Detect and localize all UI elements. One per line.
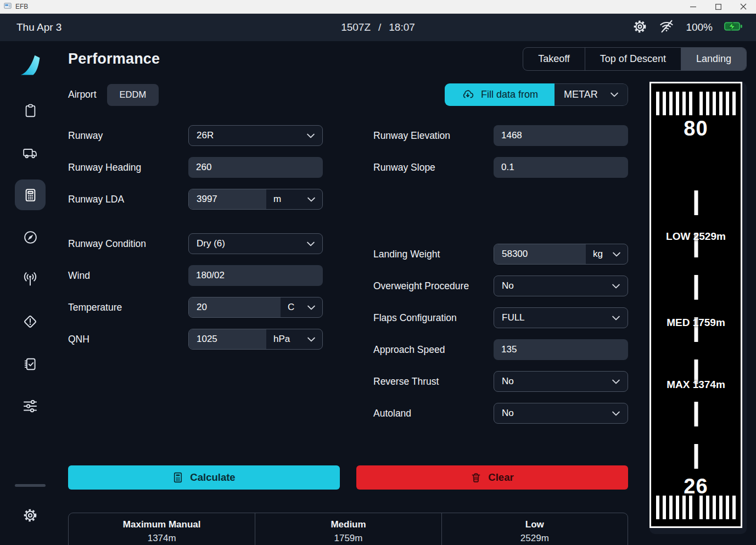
autoland-select[interactable]: No xyxy=(494,403,628,424)
statusbar: Thu Apr 3 1507Z / 18:07 100% xyxy=(0,14,756,41)
flaps-configuration-select[interactable]: FULL xyxy=(494,307,628,328)
clipboard-icon xyxy=(23,103,38,118)
chevron-down-icon xyxy=(611,92,618,97)
form-row-qnh: QNH hPa xyxy=(68,329,323,350)
result-low: Low 2529m xyxy=(441,513,628,545)
airport-label: Airport xyxy=(68,89,97,100)
cloud-download-icon xyxy=(461,88,474,102)
runway-number-near: 26 xyxy=(651,476,741,497)
minimize-button[interactable] xyxy=(680,0,705,13)
window-titlebar: EFB xyxy=(0,0,756,14)
sidebar-item-radio[interactable] xyxy=(15,264,46,295)
battery-percentage: 100% xyxy=(686,21,713,33)
truck-icon xyxy=(23,145,38,160)
form-row-runway-elevation: Runway Elevation xyxy=(373,125,628,146)
calculator-icon xyxy=(172,472,183,483)
sidebar xyxy=(0,41,60,545)
page-title: Performance xyxy=(68,50,160,68)
window-title: EFB xyxy=(15,3,28,10)
temperature-unit-select[interactable]: C xyxy=(281,297,322,317)
wind-input[interactable] xyxy=(188,265,323,286)
statusbar-date: Thu Apr 3 xyxy=(16,21,61,33)
form-row-approach-speed: Approach Speed xyxy=(373,339,628,360)
chevron-down-icon xyxy=(612,379,620,384)
calculator-icon xyxy=(23,188,38,203)
chevron-down-icon xyxy=(307,305,315,310)
runway-lda-unit-select[interactable]: m xyxy=(266,189,322,209)
marker-max-autobrake: MAX 1374m xyxy=(651,379,741,391)
runway-diagram: 80 LOW 2529m MED 1759m MAX 1374m 26 xyxy=(649,82,742,528)
runway-lda-input[interactable] xyxy=(189,189,266,209)
maximize-button[interactable] xyxy=(705,0,731,13)
form-row-runway-condition: Runway Condition Dry (6) xyxy=(68,233,323,254)
chevron-down-icon xyxy=(612,284,620,289)
sidebar-item-performance[interactable] xyxy=(15,179,46,210)
time-separator: / xyxy=(378,21,381,33)
runway-condition-select[interactable]: Dry (6) xyxy=(188,233,323,254)
chevron-down-icon xyxy=(307,197,315,202)
qnh-input[interactable] xyxy=(189,329,266,349)
sidebar-item-clipboard[interactable] xyxy=(15,95,46,126)
chevron-down-icon xyxy=(307,337,315,342)
overweight-procedure-select[interactable]: No xyxy=(494,276,628,296)
approach-speed-input[interactable] xyxy=(494,339,628,360)
airline-logo-icon xyxy=(18,53,42,77)
checklist-icon xyxy=(23,357,38,372)
chevron-down-icon xyxy=(613,252,620,257)
calculate-button[interactable]: Calculate xyxy=(68,465,340,490)
warning-diamond-icon xyxy=(23,314,38,329)
wifi-off-icon[interactable] xyxy=(659,19,674,36)
statusbar-clock: 1507Z / 18:07 xyxy=(341,21,415,33)
sidebar-item-navigation[interactable] xyxy=(15,222,46,252)
runway-elevation-input[interactable] xyxy=(494,125,628,146)
form-row-runway-heading: Runway Heading xyxy=(68,157,323,178)
form-row-autoland: Autoland No xyxy=(373,403,628,424)
chevron-down-icon xyxy=(612,411,620,416)
tab-top-of-descent[interactable]: Top of Descent xyxy=(585,48,681,70)
chevron-down-icon xyxy=(307,241,315,246)
form-row-runway: Runway 26R xyxy=(68,125,323,146)
temperature-input[interactable] xyxy=(189,297,281,317)
close-button[interactable] xyxy=(731,0,756,13)
app-window-icon xyxy=(4,2,12,12)
fill-source-select[interactable]: METAR xyxy=(555,83,628,106)
tab-takeoff[interactable]: Takeoff xyxy=(523,48,585,70)
sliders-icon xyxy=(23,398,38,414)
form-row-wind: Wind xyxy=(68,265,323,286)
qnh-unit-select[interactable]: hPa xyxy=(266,329,322,349)
compass-icon xyxy=(23,230,38,245)
landing-weight-input[interactable] xyxy=(494,244,586,264)
reverse-thrust-select[interactable]: No xyxy=(494,371,628,392)
sidebar-item-hazard[interactable] xyxy=(15,306,46,337)
form-row-runway-lda: Runway LDA m xyxy=(68,189,323,210)
results-table: Maximum Manual 1374m Medium 1759m Low 25… xyxy=(68,513,628,545)
runway-select[interactable]: 26R xyxy=(188,125,323,146)
tab-landing[interactable]: Landing xyxy=(681,48,746,70)
result-medium: Medium 1759m xyxy=(255,513,441,545)
fill-data-button[interactable]: Fill data from xyxy=(445,83,555,106)
chevron-down-icon xyxy=(307,133,315,138)
performance-mode-tabs: Takeoff Top of Descent Landing xyxy=(523,47,747,71)
sidebar-item-settings[interactable] xyxy=(15,500,46,531)
form-row-flaps-configuration: Flaps Configuration FULL xyxy=(373,307,628,328)
clear-button[interactable]: Clear xyxy=(356,465,628,490)
form-row-overweight-procedure: Overweight Procedure No xyxy=(373,276,628,296)
trash-icon xyxy=(471,472,481,483)
sidebar-item-tuning[interactable] xyxy=(15,391,46,422)
runway-visualization: 80 LOW 2529m MED 1759m MAX 1374m 26 xyxy=(649,82,747,545)
antenna-icon xyxy=(23,272,38,287)
form-row-runway-slope: Runway Slope xyxy=(373,157,628,178)
runway-slope-input[interactable] xyxy=(494,157,628,178)
utc-time: 1507Z xyxy=(341,21,371,33)
airport-value-button[interactable]: EDDM xyxy=(107,84,159,106)
sidebar-item-vehicle[interactable] xyxy=(15,137,46,168)
sidebar-item-checklist[interactable] xyxy=(15,349,46,379)
runway-heading-input[interactable] xyxy=(188,157,323,178)
runway-threshold-stripes-near xyxy=(651,496,741,519)
sidebar-divider xyxy=(15,484,46,487)
landing-weight-unit-select[interactable]: kg xyxy=(586,244,628,264)
form-row-landing-weight: Landing Weight kg xyxy=(373,244,628,265)
local-time: 18:07 xyxy=(389,21,415,33)
settings-gear-icon[interactable] xyxy=(632,19,647,36)
chevron-down-icon xyxy=(612,316,620,321)
